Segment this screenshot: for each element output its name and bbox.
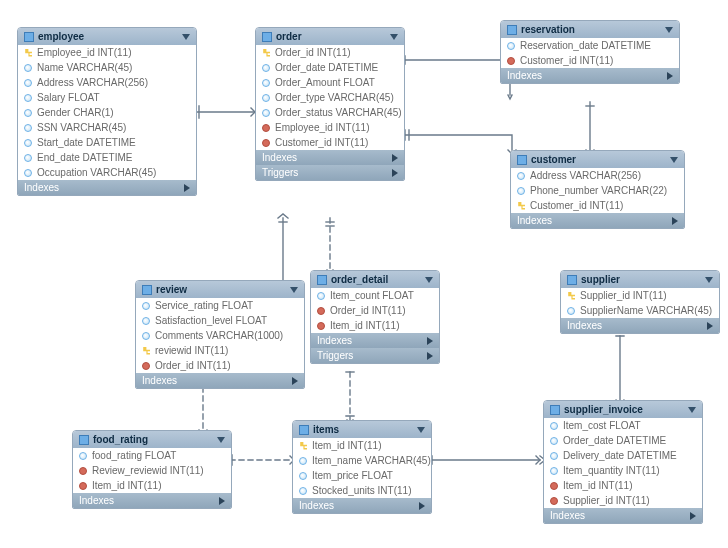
column-fk[interactable]: Review_reviewid INT(11) [73, 463, 231, 478]
entity-supplier[interactable]: supplierSupplier_id INT(11)SupplierName … [560, 270, 720, 334]
column-pk[interactable]: Order_id INT(11) [256, 45, 404, 60]
column-fk[interactable]: Customer_id INT(11) [501, 53, 679, 68]
chevron-right-icon [392, 169, 398, 177]
column[interactable]: Address VARCHAR(256) [511, 168, 684, 183]
chevron-down-icon[interactable] [417, 427, 425, 433]
entity-review[interactable]: reviewService_rating FLOATSatisfaction_l… [135, 280, 305, 389]
column-label: Order_type VARCHAR(45) [275, 92, 394, 103]
column[interactable]: Item_count FLOAT [311, 288, 439, 303]
entity-header[interactable]: supplier_invoice [544, 401, 702, 418]
column[interactable]: Delivery_date DATETIME [544, 448, 702, 463]
column-label: Order_id INT(11) [275, 47, 351, 58]
column[interactable]: Stocked_units INT(11) [293, 483, 431, 498]
column[interactable]: Satisfaction_level FLOAT [136, 313, 304, 328]
indexes-section[interactable]: Indexes [293, 498, 431, 513]
column[interactable]: Item_price FLOAT [293, 468, 431, 483]
column[interactable]: Order_date DATETIME [544, 433, 702, 448]
column-fk[interactable]: Order_id INT(11) [136, 358, 304, 373]
column[interactable]: Order_type VARCHAR(45) [256, 90, 404, 105]
triggers-section[interactable]: Triggers [311, 348, 439, 363]
fk-icon [262, 124, 270, 132]
indexes-section[interactable]: Indexes [256, 150, 404, 165]
indexes-section[interactable]: Indexes [561, 318, 719, 333]
column[interactable]: Occupation VARCHAR(45) [18, 165, 196, 180]
entity-supplier_invoice[interactable]: supplier_invoiceItem_cost FLOATOrder_dat… [543, 400, 703, 524]
chevron-down-icon[interactable] [688, 407, 696, 413]
column-label: Order_id INT(11) [155, 360, 231, 371]
entity-header[interactable]: review [136, 281, 304, 298]
entity-title: items [313, 424, 339, 435]
entity-food_rating[interactable]: food_ratingfood_rating FLOATReview_revie… [72, 430, 232, 509]
column[interactable]: Comments VARCHAR(1000) [136, 328, 304, 343]
column-fk[interactable]: Supplier_id INT(11) [544, 493, 702, 508]
entity-header[interactable]: supplier [561, 271, 719, 288]
column[interactable]: Salary FLOAT [18, 90, 196, 105]
entity-header[interactable]: food_rating [73, 431, 231, 448]
entity-header[interactable]: employee [18, 28, 196, 45]
column[interactable]: Start_date DATETIME [18, 135, 196, 150]
column[interactable]: Order_status VARCHAR(45) [256, 105, 404, 120]
column[interactable]: Item_quantity INT(11) [544, 463, 702, 478]
indexes-section[interactable]: Indexes [311, 333, 439, 348]
indexes-section[interactable]: Indexes [136, 373, 304, 388]
chevron-down-icon[interactable] [390, 34, 398, 40]
entity-header[interactable]: reservation [501, 21, 679, 38]
column-fk[interactable]: Order_id INT(11) [311, 303, 439, 318]
chevron-down-icon[interactable] [182, 34, 190, 40]
column-pk[interactable]: Employee_id INT(11) [18, 45, 196, 60]
column[interactable]: End_date DATETIME [18, 150, 196, 165]
indexes-section[interactable]: Indexes [501, 68, 679, 83]
column-label: Start_date DATETIME [37, 137, 136, 148]
fk-icon [550, 497, 558, 505]
column[interactable]: food_rating FLOAT [73, 448, 231, 463]
indexes-section[interactable]: Indexes [544, 508, 702, 523]
entity-header[interactable]: order_detail [311, 271, 439, 288]
column-pk[interactable]: reviewid INT(11) [136, 343, 304, 358]
entity-employee[interactable]: employeeEmployee_id INT(11)Name VARCHAR(… [17, 27, 197, 196]
column-fk[interactable]: Item_id INT(11) [73, 478, 231, 493]
column[interactable]: SupplierName VARCHAR(45) [561, 303, 719, 318]
column[interactable]: Name VARCHAR(45) [18, 60, 196, 75]
column-pk[interactable]: Item_id INT(11) [293, 438, 431, 453]
column-fk[interactable]: Employee_id INT(11) [256, 120, 404, 135]
table-icon [317, 275, 327, 285]
chevron-down-icon[interactable] [290, 287, 298, 293]
entity-reservation[interactable]: reservationReservation_date DATETIMECust… [500, 20, 680, 84]
column[interactable]: Item_name VARCHAR(45) [293, 453, 431, 468]
column-fk[interactable]: Item_id INT(11) [311, 318, 439, 333]
column[interactable]: Order_date DATETIME [256, 60, 404, 75]
column-pk[interactable]: Supplier_id INT(11) [561, 288, 719, 303]
column[interactable]: Gender CHAR(1) [18, 105, 196, 120]
entity-order_detail[interactable]: order_detailItem_count FLOATOrder_id INT… [310, 270, 440, 364]
column[interactable]: Address VARCHAR(256) [18, 75, 196, 90]
column[interactable]: Order_Amount FLOAT [256, 75, 404, 90]
column[interactable]: Phone_number VARCHAR(22) [511, 183, 684, 198]
entity-items[interactable]: itemsItem_id INT(11)Item_name VARCHAR(45… [292, 420, 432, 514]
indexes-section[interactable]: Indexes [18, 180, 196, 195]
entity-header[interactable]: order [256, 28, 404, 45]
chevron-down-icon[interactable] [670, 157, 678, 163]
entity-order[interactable]: orderOrder_id INT(11)Order_date DATETIME… [255, 27, 405, 181]
column-label: Item_quantity INT(11) [563, 465, 660, 476]
column[interactable]: Service_rating FLOAT [136, 298, 304, 313]
entity-header[interactable]: items [293, 421, 431, 438]
section-label: Indexes [79, 495, 114, 506]
chevron-right-icon [427, 337, 433, 345]
chevron-down-icon[interactable] [425, 277, 433, 283]
column-pk[interactable]: Customer_id INT(11) [511, 198, 684, 213]
column[interactable]: Item_cost FLOAT [544, 418, 702, 433]
column-label: Item_count FLOAT [330, 290, 414, 301]
chevron-down-icon[interactable] [665, 27, 673, 33]
chevron-down-icon[interactable] [705, 277, 713, 283]
column[interactable]: SSN VARCHAR(45) [18, 120, 196, 135]
indexes-section[interactable]: Indexes [511, 213, 684, 228]
chevron-down-icon[interactable] [217, 437, 225, 443]
entity-header[interactable]: customer [511, 151, 684, 168]
field-icon [24, 154, 32, 162]
triggers-section[interactable]: Triggers [256, 165, 404, 180]
column-fk[interactable]: Customer_id INT(11) [256, 135, 404, 150]
indexes-section[interactable]: Indexes [73, 493, 231, 508]
column-fk[interactable]: Item_id INT(11) [544, 478, 702, 493]
entity-customer[interactable]: customerAddress VARCHAR(256)Phone_number… [510, 150, 685, 229]
column[interactable]: Reservation_date DATETIME [501, 38, 679, 53]
